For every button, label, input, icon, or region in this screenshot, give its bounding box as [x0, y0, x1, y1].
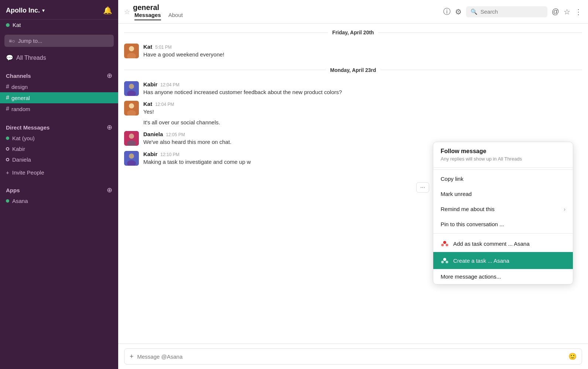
offline-dot [6, 147, 9, 151]
msg-author: Daniela [143, 131, 163, 137]
table-row: Kat 5:01 PM Have a good weekend everyone… [124, 41, 582, 61]
svg-point-16 [441, 244, 444, 246]
attach-icon[interactable]: + [130, 353, 134, 361]
invite-people-label: Invite People [12, 169, 44, 176]
workspace-name: Apollo Inc. [6, 7, 40, 14]
msg-time: 12:05 PM [166, 132, 185, 137]
svg-point-7 [129, 103, 134, 108]
dm-name-daniela: Daniela [12, 156, 31, 163]
svg-point-19 [441, 261, 444, 263]
context-follow-title: Follow message [441, 148, 565, 155]
search-icon: 🔍 [471, 8, 478, 15]
bookmark-icon[interactable]: ☆ [564, 7, 570, 16]
search-box[interactable]: 🔍 [466, 6, 547, 17]
msg-author: Kabir [143, 81, 157, 87]
dm-item-kat[interactable]: Kat (you) [0, 133, 118, 144]
msg-time: 12:04 PM [155, 102, 174, 107]
app-name-asana: Asana [12, 198, 28, 204]
avatar [124, 44, 139, 58]
invite-people-button[interactable]: + Invite People [0, 166, 118, 179]
context-menu-more-actions[interactable]: More message actions... [433, 269, 573, 284]
channels-label: Channels [6, 73, 31, 79]
channel-item-design[interactable]: # design [0, 81, 118, 92]
message-content: Kabir 12:04 PM Has anyone noticed increa… [143, 81, 582, 97]
channels-header: Channels ⊕ [0, 66, 118, 81]
online-dot [6, 137, 9, 140]
chevron-down-icon: ▾ [42, 7, 45, 13]
workspace-area[interactable]: Apollo Inc. ▾ [6, 7, 45, 14]
channel-header: ☆ general Messages About ⓘ ⚙ 🔍 @ ☆ ⋮ [118, 0, 588, 24]
apps-section: Apps ⊕ Asana [0, 179, 118, 208]
svg-point-13 [129, 154, 134, 159]
channel-name-general: general [11, 95, 30, 101]
message-input-box: + 🙂 [124, 348, 582, 365]
message-meta: Kat 12:04 PM [143, 101, 582, 107]
emoji-icon[interactable]: 🙂 [568, 352, 577, 361]
context-menu: Follow message Any replies will show up … [433, 142, 573, 284]
channel-name-design: design [11, 84, 28, 90]
apps-header: Apps ⊕ [0, 180, 118, 196]
context-menu-follow-section: Follow message Any replies will show up … [433, 142, 573, 168]
dm-item-daniela[interactable]: Daniela [0, 154, 118, 165]
more-message-actions-btn[interactable]: ··· [416, 182, 429, 193]
app-item-asana[interactable]: Asana [0, 196, 118, 206]
all-threads-item[interactable]: 💬 All Threads [0, 51, 118, 64]
more-icon[interactable]: ⋮ [575, 7, 582, 16]
search-input[interactable] [481, 8, 543, 15]
context-menu-create-task[interactable]: Create a task ... Asana [433, 252, 573, 269]
gear-icon[interactable]: ⚙ [455, 7, 462, 16]
at-icon[interactable]: @ [552, 7, 559, 16]
context-menu-pin[interactable]: Pin to this conversation ... [433, 217, 573, 232]
date-label-1: Friday, April 20th [332, 30, 374, 35]
jump-to-button[interactable]: ≡○ Jump to... [4, 35, 114, 47]
online-status-dot [6, 23, 10, 27]
avatar [124, 131, 139, 146]
date-line [124, 32, 328, 33]
date-divider-2: Monday, April 23rd [124, 61, 582, 79]
message-input-area: + 🙂 [118, 344, 588, 369]
channel-tabs: Messages About [134, 12, 183, 20]
channel-item-random[interactable]: # random [0, 103, 118, 114]
add-app-icon[interactable]: ⊕ [107, 186, 112, 194]
dm-item-kabir[interactable]: Kabir [0, 144, 118, 154]
svg-point-17 [446, 244, 448, 246]
tab-messages[interactable]: Messages [134, 12, 161, 20]
channel-item-general[interactable]: # general [0, 92, 118, 103]
all-threads-label: All Threads [16, 55, 46, 61]
context-menu-add-task-comment[interactable]: Add as task comment ... Asana [433, 235, 573, 252]
asana-icon [441, 239, 449, 248]
avatar [124, 81, 139, 96]
hash-icon: # [6, 106, 9, 112]
pin-label: Pin to this conversation ... [441, 221, 504, 227]
context-menu-remind[interactable]: Remind me about this › [433, 201, 573, 217]
add-task-comment-label: Add as task comment ... Asana [453, 241, 530, 247]
star-icon[interactable]: ☆ [124, 8, 130, 16]
offline-dot [6, 158, 9, 161]
avatar [124, 151, 139, 166]
tab-about[interactable]: About [168, 12, 183, 20]
context-menu-copy-link[interactable]: Copy link [433, 171, 573, 186]
dm-section: Direct Messages ⊕ Kat (you) Kabir Daniel… [0, 116, 118, 166]
plus-icon: + [6, 169, 9, 176]
dm-label: Direct Messages [6, 124, 49, 131]
context-menu-mark-unread[interactable]: Mark unread [433, 186, 573, 201]
svg-point-1 [129, 46, 134, 51]
msg-text: Has anyone noticed increased customer fe… [143, 88, 582, 97]
user-status-area: Kat [0, 20, 118, 32]
context-menu-divider-2 [433, 233, 573, 234]
mark-unread-label: Mark unread [441, 191, 472, 197]
info-icon[interactable]: ⓘ [443, 7, 451, 17]
threads-icon: 💬 [6, 54, 13, 61]
add-dm-icon[interactable]: ⊕ [107, 123, 112, 131]
add-channel-icon[interactable]: ⊕ [107, 72, 112, 80]
message-input[interactable] [137, 354, 565, 360]
bell-icon[interactable]: 🔔 [103, 6, 112, 15]
submenu-arrow-icon: › [564, 206, 565, 212]
table-row: Kabir 12:04 PM Has anyone noticed increa… [124, 79, 582, 99]
dm-header: Direct Messages ⊕ [0, 117, 118, 133]
avatar [124, 101, 139, 115]
date-label-2: Monday, April 23rd [330, 67, 376, 73]
copy-link-label: Copy link [441, 176, 464, 182]
context-follow-sub: Any replies will show up in All Threads [441, 156, 565, 162]
svg-point-20 [446, 261, 448, 263]
